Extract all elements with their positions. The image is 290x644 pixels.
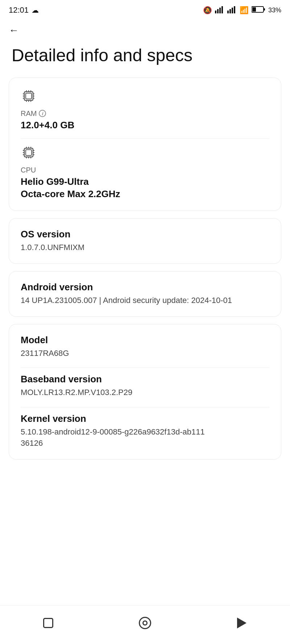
divider-3 [21, 407, 269, 407]
recent-apps-icon [43, 618, 53, 628]
kernel-value: 5.10.198-android12-9-00085-g226a9632f13d… [21, 427, 269, 449]
back-button[interactable]: ← [0, 19, 290, 39]
svg-rect-26 [26, 150, 32, 155]
os-version-value: 1.0.7.0.UNFMIXM [21, 242, 269, 253]
baseband-title: Baseband version [21, 374, 269, 385]
android-version-value: 14 UP1A.231005.007 | Android security up… [21, 295, 269, 306]
ram-label: RAM i [21, 109, 269, 118]
svg-rect-6 [232, 8, 233, 13]
os-version-card: OS version 1.0.7.0.UNFMIXM [9, 218, 281, 264]
baseband-value: MOLY.LR13.R2.MP.V103.2.P29 [21, 387, 269, 398]
svg-rect-5 [229, 9, 231, 13]
signal-icon-2 [227, 5, 237, 15]
recent-apps-button[interactable] [38, 613, 58, 633]
back-nav-button[interactable] [232, 613, 252, 633]
battery-icon [252, 6, 265, 14]
ram-info-icon[interactable]: i [39, 110, 46, 117]
svg-rect-9 [264, 8, 265, 11]
android-version-card: Android version 14 UP1A.231005.007 | And… [9, 271, 281, 317]
svg-rect-4 [227, 11, 229, 13]
status-right: 🔕 📶 33% [203, 5, 281, 15]
svg-rect-12 [26, 93, 32, 99]
svg-rect-10 [252, 7, 256, 12]
model-value: 23117RA68G [21, 348, 269, 359]
back-arrow-icon: ← [9, 25, 19, 36]
baseband-section: Baseband version MOLY.LR13.R2.MP.V103.2.… [21, 374, 269, 398]
cpu-chip-icon [21, 145, 269, 162]
kernel-section: Kernel version 5.10.198-android12-9-0008… [21, 413, 269, 449]
ram-value: 12.0+4.0 GB [21, 119, 269, 132]
cards-container: RAM i 12.0+4.0 GB [0, 78, 290, 605]
model-section: Model 23117RA68G [21, 335, 269, 359]
model-title: Model [21, 335, 269, 346]
svg-rect-2 [219, 8, 221, 13]
cpu-label: CPU [21, 166, 269, 174]
wifi-icon: 📶 [240, 6, 249, 14]
svg-rect-7 [234, 6, 235, 13]
android-version-title: Android version [21, 282, 269, 293]
cpu-spec-item: CPU Helio G99-Ultra Octa-core Max 2.2GHz [21, 145, 269, 200]
model-card: Model 23117RA68G Baseband version MOLY.L… [9, 324, 281, 460]
cpu-value: Helio G99-Ultra Octa-core Max 2.2GHz [21, 176, 269, 200]
os-version-title: OS version [21, 229, 269, 240]
ram-spec-item: RAM i 12.0+4.0 GB [21, 88, 269, 132]
page-title: Detailed info and specs [0, 39, 290, 78]
home-button[interactable] [135, 613, 155, 633]
back-nav-icon [237, 618, 246, 628]
status-left: 12:01 ☁ [9, 5, 39, 15]
signal-icon-1 [215, 5, 224, 15]
svg-rect-3 [221, 6, 223, 13]
battery-percent: 33% [268, 7, 281, 14]
svg-rect-1 [217, 9, 219, 13]
divider [21, 138, 269, 139]
kernel-title: Kernel version [21, 413, 269, 424]
time-display: 12:01 [9, 5, 29, 15]
mute-icon: 🔕 [203, 6, 212, 14]
ram-chip-icon [21, 88, 269, 106]
bottom-nav [0, 605, 290, 644]
status-bar: 12:01 ☁ 🔕 📶 [0, 0, 290, 19]
ram-cpu-card: RAM i 12.0+4.0 GB [9, 78, 281, 211]
divider-2 [21, 367, 269, 368]
cloud-icon: ☁ [32, 6, 39, 14]
svg-rect-0 [215, 11, 216, 13]
